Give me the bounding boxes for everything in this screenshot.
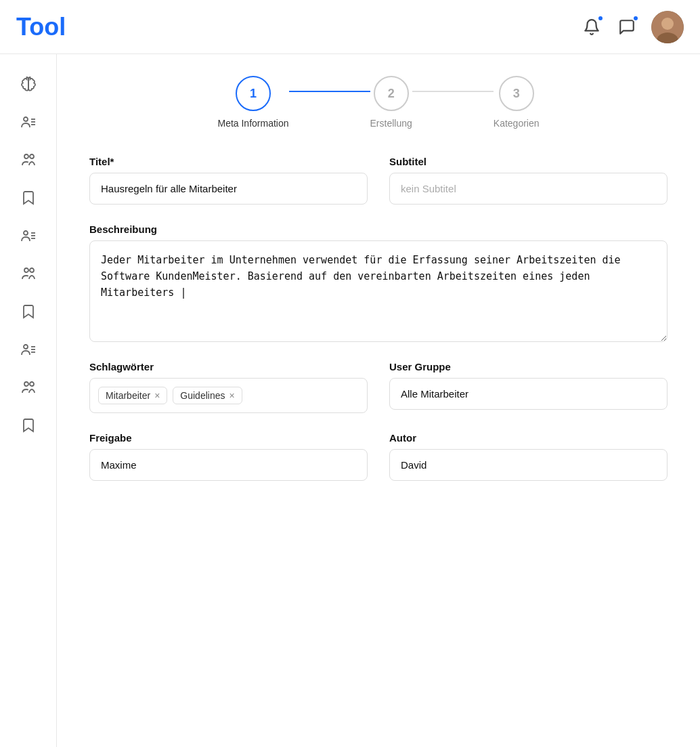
avatar-svg xyxy=(651,11,684,43)
beschreibung-label: Beschreibung xyxy=(89,223,668,235)
sidebar-item-group-1[interactable] xyxy=(12,144,45,176)
logo-accent: T xyxy=(16,13,29,41)
sidebar-item-users-list-2[interactable] xyxy=(12,219,45,252)
sidebar-item-bookmark-3[interactable] xyxy=(12,409,45,442)
stepper: 1 Meta Information 2 Erstellung 3 Katego… xyxy=(89,76,668,129)
main-layout: 1 Meta Information 2 Erstellung 3 Katego… xyxy=(0,54,700,747)
header: Tool xyxy=(0,0,700,54)
svg-point-1 xyxy=(661,18,674,30)
step-3-circle: 3 xyxy=(499,76,534,111)
autor-label: Autor xyxy=(389,432,668,444)
bookmark-icon-1 xyxy=(20,190,37,206)
freigabe-row: Freigabe Autor xyxy=(89,432,668,481)
users-list-icon-3 xyxy=(20,341,37,358)
step-line-1 xyxy=(289,91,370,92)
schlagwoerter-label: Schlagwörter xyxy=(89,361,368,372)
message-badge xyxy=(632,15,639,22)
titel-group: Titel* xyxy=(89,156,368,205)
tag-guidelines-remove[interactable]: × xyxy=(229,391,234,400)
sidebar-item-bookmark-1[interactable] xyxy=(12,182,45,214)
notification-button[interactable] xyxy=(581,16,603,38)
sidebar-item-users-list-1[interactable] xyxy=(12,106,45,138)
svg-point-8 xyxy=(30,154,34,158)
step-2-label: Erstellung xyxy=(370,118,412,129)
subtitel-label: Subtitel xyxy=(389,156,668,167)
subtitel-input[interactable] xyxy=(389,173,668,205)
logo: Tool xyxy=(16,13,66,41)
group-icon-1 xyxy=(20,152,37,168)
sidebar-item-brain[interactable] xyxy=(12,68,45,100)
titel-label: Titel* xyxy=(89,156,368,167)
user-gruppe-group: User Gruppe xyxy=(389,361,668,413)
svg-point-20 xyxy=(30,382,34,386)
tag-guidelines: Guidelines × xyxy=(173,387,242,404)
logo-text: ool xyxy=(29,13,66,41)
sidebar-item-group-3[interactable] xyxy=(12,371,45,404)
titel-input[interactable] xyxy=(89,173,368,205)
brain-icon xyxy=(20,76,37,92)
message-button[interactable] xyxy=(616,16,638,38)
svg-point-9 xyxy=(24,231,28,235)
step-line-2 xyxy=(412,91,494,92)
content-area: 1 Meta Information 2 Erstellung 3 Katego… xyxy=(57,54,700,747)
user-gruppe-label: User Gruppe xyxy=(389,361,668,372)
schlagwoerter-row: Schlagwörter Mitarbeiter × Guidelines × … xyxy=(89,361,668,413)
subtitel-group: Subtitel xyxy=(389,156,668,205)
step-2-circle: 2 xyxy=(374,76,409,111)
step-3: 3 Kategorien xyxy=(494,76,540,129)
users-list-icon-1 xyxy=(20,114,37,130)
header-actions xyxy=(581,11,684,43)
freigabe-group: Freigabe xyxy=(89,432,368,481)
svg-point-14 xyxy=(30,268,34,272)
step-1-label: Meta Information xyxy=(217,118,288,129)
tag-mitarbeiter: Mitarbeiter × xyxy=(98,387,167,404)
autor-group: Autor xyxy=(389,432,668,481)
step-3-label: Kategorien xyxy=(494,118,540,129)
group-icon-2 xyxy=(20,265,37,282)
avatar[interactable] xyxy=(651,11,684,43)
svg-point-15 xyxy=(24,345,28,349)
freigabe-input[interactable] xyxy=(89,449,368,481)
sidebar-item-users-list-3[interactable] xyxy=(12,333,45,366)
svg-point-19 xyxy=(24,382,28,386)
freigabe-label: Freigabe xyxy=(89,432,368,444)
sidebar-item-group-2[interactable] xyxy=(12,257,45,290)
autor-input[interactable] xyxy=(389,449,668,481)
svg-point-3 xyxy=(24,117,28,121)
sidebar-item-bookmark-2[interactable] xyxy=(12,295,45,328)
tag-guidelines-label: Guidelines xyxy=(180,390,225,401)
tag-mitarbeiter-label: Mitarbeiter xyxy=(106,390,150,401)
bookmark-icon-3 xyxy=(20,417,37,433)
bookmark-icon-2 xyxy=(20,303,37,320)
user-gruppe-input[interactable] xyxy=(389,378,668,410)
step-2: 2 Erstellung xyxy=(370,76,412,129)
step-1-circle: 1 xyxy=(236,76,271,111)
titel-row: Titel* Subtitel xyxy=(89,156,668,205)
notification-badge xyxy=(597,15,604,22)
schlagwoerter-group: Schlagwörter Mitarbeiter × Guidelines × xyxy=(89,361,368,413)
sidebar xyxy=(0,54,57,747)
svg-point-7 xyxy=(24,154,28,158)
beschreibung-textarea[interactable] xyxy=(89,240,668,342)
avatar-image xyxy=(651,11,684,43)
tag-mitarbeiter-remove[interactable]: × xyxy=(154,391,160,400)
beschreibung-group: Beschreibung xyxy=(89,223,668,342)
users-list-icon-2 xyxy=(20,228,37,244)
step-1: 1 Meta Information xyxy=(217,76,288,129)
group-icon-3 xyxy=(20,379,37,396)
svg-point-13 xyxy=(24,268,28,272)
tags-input[interactable]: Mitarbeiter × Guidelines × xyxy=(89,378,368,413)
